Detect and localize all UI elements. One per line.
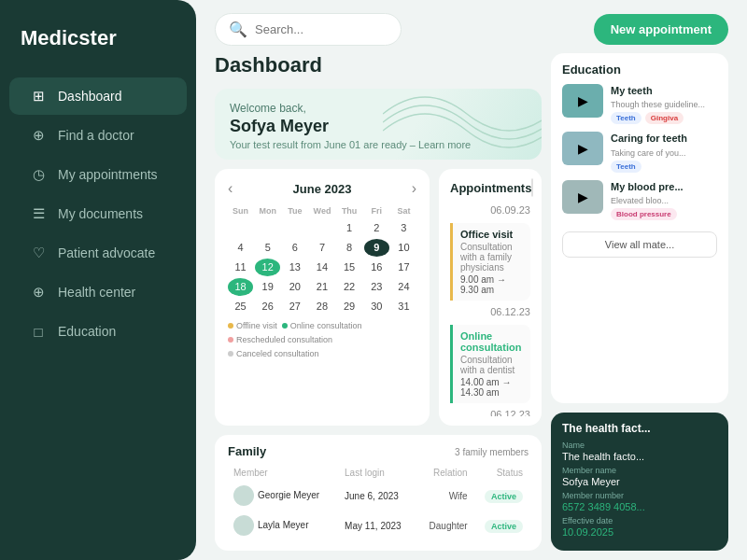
sidebar-label-education: Education (58, 324, 116, 339)
left-column: Dashboard Welcome back, Sofya Meyer Your… (215, 53, 542, 551)
sidebar-item-find-doctor[interactable]: ⊕ Find a doctor (9, 117, 187, 154)
cal-day[interactable]: 6 (282, 239, 307, 257)
appointment-time-1: 9.00 am → 9.30 am (460, 274, 523, 295)
cal-day[interactable]: 31 (391, 298, 416, 315)
health-value-name: The health facto... (562, 451, 717, 462)
cal-day[interactable]: 17 (391, 259, 416, 276)
health-field-effective-date: Effective date 10.09.2025 (562, 516, 717, 538)
calendar-legend: Offline visit Online consultation Resche… (228, 321, 416, 358)
sidebar-label-find-doctor: Find a doctor (58, 128, 134, 143)
legend-rescheduled-dot (228, 337, 233, 343)
appointments-title: Appointments (450, 181, 531, 195)
legend-cancelled: Canceled consultation (228, 349, 319, 358)
appointment-desc-1: Consultation with a family physicians (460, 242, 523, 273)
cal-day[interactable]: 27 (282, 298, 307, 315)
calendar-month-label: June 2023 (293, 182, 352, 196)
dow-wed: Wed (309, 204, 334, 217)
family-relation-1: Wife (417, 482, 471, 510)
cal-day-empty (282, 219, 307, 237)
calendar-header: ‹ June 2023 › (228, 180, 416, 197)
appointments-toggle-my[interactable]: My (532, 179, 533, 196)
edu-tag: Blood pressure (611, 208, 677, 220)
appointments-toggle: My All (531, 178, 533, 197)
cal-day[interactable]: 28 (309, 298, 334, 315)
cal-day[interactable]: 25 (228, 298, 253, 315)
appointments-header: Appointments My All (450, 178, 530, 197)
cal-day[interactable]: 21 (309, 278, 334, 296)
sidebar-item-my-documents[interactable]: ☰ My documents (9, 195, 187, 232)
cal-day[interactable]: 22 (337, 278, 362, 296)
health-value-member-name: Sofya Meyer (562, 476, 717, 487)
cal-day[interactable]: 23 (364, 278, 389, 296)
cal-week-1: 1 2 3 (228, 219, 416, 237)
welcome-greeting: Welcome back, (230, 102, 527, 115)
appointment-item-1[interactable]: Office visit Consultation with a family … (450, 223, 530, 301)
sidebar-item-dashboard[interactable]: ⊞ Dashboard (9, 77, 187, 115)
cal-day[interactable]: 11 (228, 259, 253, 276)
family-relation-2: Daughter (417, 511, 471, 539)
edu-desc-2: Taking care of you... (611, 148, 717, 158)
cal-day-highlighted[interactable]: 12 (255, 259, 280, 276)
edu-desc-1: Though these guideline... (611, 100, 717, 109)
family-status-1: Active (473, 482, 527, 510)
family-title: Family (228, 444, 266, 458)
cal-day[interactable]: 19 (255, 278, 280, 296)
welcome-name: Sofya Meyer (230, 117, 527, 136)
cal-day[interactable]: 2 (364, 219, 389, 237)
cal-day[interactable]: 26 (255, 298, 280, 315)
sidebar-item-health-center[interactable]: ⊕ Health center (9, 273, 187, 311)
cal-day[interactable]: 3 (391, 219, 416, 237)
calendar-next-button[interactable]: › (412, 180, 416, 197)
cal-day[interactable]: 4 (228, 239, 253, 257)
cal-day[interactable]: 5 (255, 239, 280, 257)
search-bar[interactable]: 🔍 (215, 13, 402, 46)
appointment-item-2[interactable]: Online consultation Consultation with a … (450, 325, 530, 403)
family-login-2: May 11, 2023 (341, 511, 416, 539)
sidebar-item-my-appointments[interactable]: ◷ My appointments (9, 156, 187, 193)
appointment-date-2: 06.12.23 (450, 306, 530, 317)
cal-day[interactable]: 1 (337, 219, 362, 237)
health-value-effective-date: 10.09.2025 (562, 526, 717, 538)
sidebar-item-patient-advocate[interactable]: ♡ Patient advocate (9, 234, 187, 272)
cal-day[interactable]: 16 (364, 259, 389, 276)
health-center-icon: ⊕ (30, 284, 47, 301)
legend-offline-label: Offline visit (236, 321, 277, 330)
cal-day-today[interactable]: 9 (364, 239, 389, 257)
family-count: 3 family members (455, 447, 529, 457)
family-col-relation: Relation (417, 466, 471, 480)
new-appointment-button[interactable]: New appointment (594, 14, 728, 45)
cal-day[interactable]: 8 (337, 239, 362, 257)
edu-name-3: My blood pre... (611, 180, 717, 193)
cal-day[interactable]: 7 (309, 239, 334, 257)
edu-tags-1: Teeth Gingiva (611, 112, 717, 124)
edu-tag: Teeth (611, 161, 641, 173)
family-table: Member Last login Relation Status Georgi… (228, 464, 529, 541)
cal-day[interactable]: 29 (337, 298, 362, 315)
education-card: Education ▶ My teeth Though these guidel… (551, 53, 728, 403)
cal-day[interactable]: 10 (391, 239, 416, 257)
view-all-button[interactable]: View all mate... (562, 231, 717, 258)
health-label-member-number: Member number (562, 491, 717, 500)
cal-day-highlighted[interactable]: 18 (228, 278, 253, 296)
dow-thu: Thu (337, 204, 362, 217)
appointment-desc-2: Consultation with a dentist (460, 355, 523, 375)
cal-day[interactable]: 15 (337, 259, 362, 276)
cal-day-empty (255, 219, 280, 237)
cal-day[interactable]: 14 (309, 259, 334, 276)
cal-day[interactable]: 30 (364, 298, 389, 315)
search-input[interactable] (255, 22, 388, 36)
family-col-login: Last login (341, 466, 416, 480)
sidebar-label-patient-advocate: Patient advocate (58, 245, 155, 260)
family-col-member: Member (230, 466, 339, 480)
avatar (233, 485, 254, 506)
calendar-prev-button[interactable]: ‹ (228, 180, 233, 197)
cal-day[interactable]: 13 (282, 259, 307, 276)
edu-content-3: My blood pre... Elevated bloo... Blood p… (611, 180, 717, 220)
sidebar-item-education[interactable]: □ Education (9, 313, 187, 350)
search-icon: 🔍 (229, 21, 247, 38)
cal-day[interactable]: 20 (282, 278, 307, 296)
health-label-name: Name (562, 441, 717, 450)
legend-cancelled-label: Canceled consultation (236, 349, 319, 358)
legend-cancelled-dot (228, 351, 233, 357)
cal-day[interactable]: 24 (391, 278, 416, 296)
